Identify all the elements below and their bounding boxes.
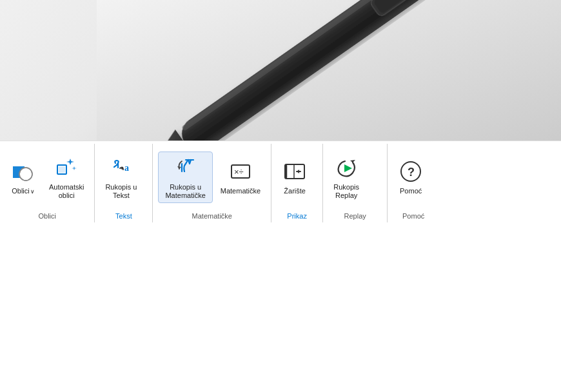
- ribbon-group-prikaz: Žarište Prikaz: [271, 144, 323, 222]
- pomoc-label: Pomoć: [400, 187, 422, 195]
- pomoc-items: ? Pomoć: [388, 144, 439, 211]
- rukopis-replay-label: Rukopis Replay: [333, 183, 359, 200]
- prikaz-group-label: Prikaz: [271, 211, 322, 222]
- oblici-label: Oblici: [12, 187, 30, 195]
- pen-area: [0, 0, 561, 142]
- help-icon: ?: [398, 159, 424, 184]
- ribbon-items-row: Oblici ∨: [0, 141, 561, 225]
- automatski-oblici-button[interactable]: Automatski oblici: [44, 152, 89, 202]
- oblici-dropdown-arrow: ∨: [30, 188, 35, 195]
- oblici-button[interactable]: Oblici ∨: [5, 156, 41, 198]
- svg-marker-18: [297, 170, 299, 173]
- auto-shapes-icon: [54, 155, 79, 181]
- svg-marker-21: [344, 164, 352, 172]
- rukopis-tekst-label: Rukopis u Tekst: [105, 183, 137, 200]
- svg-text:a: a: [124, 163, 129, 173]
- prikaz-items: Žarište: [271, 144, 322, 211]
- svg-text:×÷: ×÷: [234, 167, 244, 177]
- ribbon-group-pomoc: ? Pomoć Pomoć: [388, 144, 439, 222]
- matematicke-items: Rukopis u Matematičke ×÷ Matematičke: [153, 144, 271, 211]
- pen-illustration: [97, 0, 561, 142]
- ribbon-group-tekst: a Rukopis u Tekst Tekst: [95, 144, 153, 222]
- rukopis-replay-button[interactable]: Rukopis Replay: [328, 152, 364, 202]
- svg-rect-10: [59, 166, 65, 173]
- bottom-area: [0, 250, 561, 392]
- svg-rect-0: [97, 0, 561, 142]
- matematicke-formula-button[interactable]: ×÷ Matematičke: [215, 156, 266, 198]
- focus-icon: [282, 159, 308, 184]
- svg-marker-13: [177, 166, 181, 169]
- tekst-items: a Rukopis u Tekst: [95, 144, 152, 211]
- pomoc-button[interactable]: ? Pomoć: [393, 156, 429, 198]
- ribbon-toolbar: Oblici ∨: [0, 141, 561, 250]
- ribbon-group-replay: Rukopis Replay Replay: [323, 144, 388, 222]
- replay-items: Rukopis Replay: [323, 144, 387, 211]
- ribbon-group-oblici: Oblici ∨: [0, 144, 95, 222]
- zariste-button[interactable]: Žarište: [277, 156, 313, 198]
- svg-text:?: ?: [408, 166, 415, 179]
- oblici-items: Oblici ∨: [0, 144, 94, 211]
- replay-group-label: Replay: [323, 211, 387, 222]
- shapes-icon: [10, 159, 36, 184]
- svg-rect-16: [285, 164, 304, 179]
- zariste-label: Žarište: [284, 187, 306, 195]
- rukopis-matematicke-button[interactable]: Rukopis u Matematičke: [158, 152, 212, 203]
- matematicke-formula-label: Matematičke: [221, 187, 261, 195]
- replay-icon: [333, 155, 359, 181]
- ribbon-group-matematicke: Rukopis u Matematičke ×÷ Matematičke: [153, 144, 271, 222]
- rukopis-matematicke-label: Rukopis u Matematičke: [165, 183, 205, 200]
- rukopis-tekst-button[interactable]: a Rukopis u Tekst: [100, 152, 142, 202]
- automatski-oblici-label: Automatski oblici: [49, 183, 84, 200]
- handwriting-math-icon: [173, 155, 199, 181]
- svg-marker-20: [350, 160, 355, 162]
- oblici-group-label: Oblici: [0, 211, 94, 222]
- matematicke-group-label: Matematičke: [153, 211, 271, 222]
- pomoc-group-label: Pomoć: [388, 211, 439, 222]
- math-formula-icon: ×÷: [228, 159, 253, 184]
- tekst-group-label: Tekst: [95, 211, 152, 222]
- handwriting-text-icon: a: [108, 155, 134, 181]
